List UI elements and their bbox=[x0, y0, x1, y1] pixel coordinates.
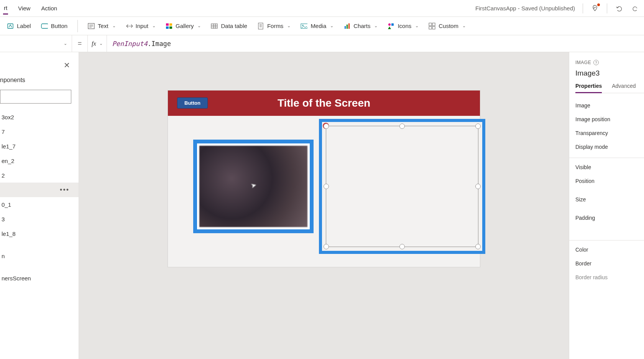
insert-label-button[interactable]: Label bbox=[7, 23, 31, 30]
prop-padding[interactable]: Padding bbox=[575, 211, 644, 225]
app-screen[interactable]: Button Title of the Screen ➤ ✕ ⌄ bbox=[168, 91, 480, 267]
image-control-selected[interactable]: ✕ ⌄ bbox=[319, 119, 485, 254]
button-icon bbox=[41, 23, 48, 30]
divider bbox=[569, 240, 644, 240]
menu-insert[interactable]: rt bbox=[3, 2, 8, 15]
svg-rect-18 bbox=[429, 26, 432, 29]
svg-rect-7 bbox=[211, 24, 217, 28]
table-icon bbox=[211, 23, 218, 30]
tree-list: 3ox2 7 le1_7 en_2 2 ••• 0_1 3 le1_8 n ne… bbox=[0, 110, 79, 285]
selection-bounds[interactable] bbox=[326, 126, 478, 247]
resize-handle[interactable] bbox=[475, 184, 481, 189]
insert-icons-dropdown[interactable]: Icons⌄ bbox=[388, 23, 419, 30]
svg-rect-19 bbox=[432, 26, 435, 29]
custom-icon bbox=[429, 23, 435, 30]
label-text: Forms bbox=[267, 23, 284, 29]
app-title: FirstCanvasApp - Saved (Unpublished) bbox=[475, 5, 575, 12]
tree-item[interactable]: le1_8 bbox=[0, 226, 79, 241]
svg-rect-13 bbox=[348, 23, 350, 29]
tree-item[interactable]: 3ox2 bbox=[0, 110, 79, 124]
control-name[interactable]: Image3 bbox=[575, 69, 644, 77]
label-text: Label bbox=[17, 23, 31, 29]
prop-visible[interactable]: Visible bbox=[575, 160, 644, 174]
resize-handle[interactable] bbox=[475, 124, 481, 129]
tree-item[interactable]: n bbox=[0, 249, 79, 263]
insert-text-dropdown[interactable]: Text⌄ bbox=[88, 23, 116, 30]
label-text: Charts bbox=[353, 23, 370, 29]
tab-properties[interactable]: Properties bbox=[575, 83, 602, 93]
fx-button[interactable]: fx ⌄ bbox=[87, 35, 107, 52]
help-icon[interactable]: ? bbox=[593, 60, 599, 65]
svg-point-14 bbox=[388, 23, 391, 26]
icons-icon bbox=[388, 23, 394, 30]
svg-rect-5 bbox=[166, 26, 169, 29]
more-icon[interactable]: ••• bbox=[60, 186, 69, 194]
tree-item[interactable]: en_2 bbox=[0, 153, 79, 168]
gallery-icon bbox=[166, 23, 172, 30]
insert-media-dropdown[interactable]: Media⌄ bbox=[301, 23, 334, 30]
prop-display-mode[interactable]: Display mode bbox=[575, 140, 644, 154]
svg-rect-11 bbox=[345, 26, 346, 29]
chevron-down-icon: ⌄ bbox=[462, 23, 466, 28]
resize-handle[interactable] bbox=[475, 244, 481, 249]
insert-gallery-dropdown[interactable]: Gallery⌄ bbox=[166, 23, 201, 30]
formula-property: .Image bbox=[148, 40, 171, 48]
pen-input-control[interactable]: ➤ bbox=[193, 140, 314, 233]
property-selector[interactable]: ⌄ bbox=[0, 35, 72, 52]
insert-charts-dropdown[interactable]: Charts⌄ bbox=[343, 23, 378, 30]
redo-icon[interactable] bbox=[631, 4, 639, 13]
header-button[interactable]: Button bbox=[177, 97, 208, 109]
pen-canvas[interactable]: ➤ bbox=[199, 146, 307, 227]
prop-border-radius[interactable]: Border radius bbox=[575, 270, 644, 284]
menu-view[interactable]: View bbox=[17, 3, 31, 14]
insert-custom-dropdown[interactable]: Custom⌄ bbox=[429, 23, 466, 30]
tree-item[interactable]: 7 bbox=[0, 124, 79, 139]
formula-bar: ⌄ = fx ⌄ PenInput4.Image bbox=[0, 35, 644, 52]
ribbon-toolbar: Label Button Text⌄ Input⌄ Gallery⌄ Data … bbox=[0, 17, 644, 35]
components-tab[interactable]: nponents bbox=[0, 77, 25, 84]
svg-rect-8 bbox=[258, 23, 263, 29]
prop-image-position[interactable]: Image position bbox=[575, 112, 644, 126]
resize-handle[interactable] bbox=[399, 244, 405, 249]
properties-panel: IMAGE ? Image3 Properties Advanced Image… bbox=[569, 52, 644, 359]
resize-handle[interactable] bbox=[324, 244, 329, 249]
tree-item[interactable]: nersScreen bbox=[0, 271, 79, 285]
chevron-down-icon: ⌄ bbox=[330, 23, 334, 28]
canvas-area[interactable]: Button Title of the Screen ➤ ✕ ⌄ bbox=[79, 52, 569, 359]
formula-input[interactable]: PenInput4.Image bbox=[107, 40, 644, 48]
label-icon bbox=[7, 23, 14, 30]
resize-handle[interactable] bbox=[399, 124, 405, 129]
fx-icon: fx bbox=[92, 40, 96, 47]
prop-image[interactable]: Image bbox=[575, 99, 644, 112]
undo-icon[interactable] bbox=[615, 4, 623, 13]
insert-datatable-button[interactable]: Data table bbox=[211, 23, 247, 30]
chevron-down-icon: ⌄ bbox=[64, 41, 67, 46]
tab-advanced[interactable]: Advanced bbox=[612, 83, 636, 93]
health-icon[interactable] bbox=[591, 4, 599, 13]
insert-forms-dropdown[interactable]: Forms⌄ bbox=[257, 23, 291, 30]
menu-action[interactable]: Action bbox=[40, 3, 58, 14]
prop-size[interactable]: Size bbox=[575, 193, 644, 206]
chevron-down-icon: ⌄ bbox=[374, 23, 378, 28]
resize-handle[interactable] bbox=[324, 124, 329, 129]
tree-item-selected[interactable]: ••• bbox=[0, 183, 79, 197]
chevron-down-icon: ⌄ bbox=[287, 23, 291, 28]
insert-input-dropdown[interactable]: Input⌄ bbox=[126, 23, 156, 30]
label-text: Text bbox=[98, 23, 108, 29]
tree-item[interactable]: 2 bbox=[0, 168, 79, 183]
tree-search-input[interactable] bbox=[0, 90, 71, 104]
tree-item[interactable]: 0_1 bbox=[0, 197, 79, 212]
tree-item[interactable]: le1_7 bbox=[0, 139, 79, 153]
insert-button-button[interactable]: Button bbox=[41, 23, 67, 30]
prop-color[interactable]: Color bbox=[575, 243, 644, 257]
prop-border[interactable]: Border bbox=[575, 257, 644, 270]
prop-transparency[interactable]: Transparency bbox=[575, 126, 644, 140]
formula-object: PenInput4 bbox=[112, 40, 148, 48]
divider bbox=[569, 158, 644, 158]
equals-sign: = bbox=[72, 40, 87, 48]
close-icon[interactable]: ✕ bbox=[64, 61, 70, 70]
resize-handle[interactable] bbox=[324, 184, 329, 189]
screen-title: Title of the Screen bbox=[278, 97, 370, 109]
prop-position[interactable]: Position bbox=[575, 174, 644, 188]
tree-item[interactable]: 3 bbox=[0, 212, 79, 226]
